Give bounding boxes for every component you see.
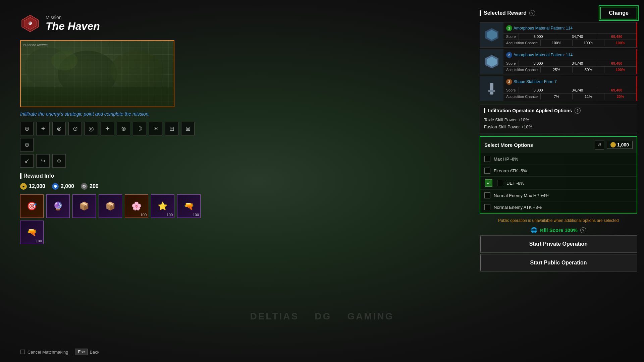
infiltration-option-1: Fusion Skill Power +10% bbox=[484, 123, 633, 130]
reward-title: Reward Info bbox=[20, 173, 208, 179]
option-row-3: Normal Enemy Max HP +4% bbox=[480, 190, 637, 201]
options-cost: ↺ 1,000 bbox=[595, 140, 633, 149]
kill-score-text: Kill Score 100% bbox=[540, 227, 578, 233]
badge-1: 1 bbox=[506, 25, 512, 31]
option-label-1: Firearm ATK -5% bbox=[494, 168, 527, 173]
back-button[interactable]: Esc Back bbox=[75, 349, 99, 355]
reward-row-content-1: 1 Amorphous Material Pattern: 114 Score … bbox=[503, 22, 636, 47]
option-row-0: Max HP -8% bbox=[480, 153, 637, 165]
option-label-0: Max HP -8% bbox=[494, 157, 518, 162]
mission-icon-11[interactable]: ⊕ bbox=[20, 138, 34, 152]
mission-icon-9[interactable]: ⊞ bbox=[165, 122, 178, 135]
reward-item-icon-2: 📦 bbox=[76, 198, 93, 215]
reward-item-icon-5: ⭐ bbox=[154, 198, 171, 215]
reward-item-name-1: 1 Amorphous Material Pattern: 114 bbox=[503, 24, 636, 33]
mission-icon-14[interactable]: ☺ bbox=[52, 154, 66, 168]
reward-item-count-7: 100 bbox=[36, 239, 42, 243]
esc-key[interactable]: Esc bbox=[75, 349, 88, 355]
score-1-2: 69,480 bbox=[597, 34, 636, 40]
score-label-1: Score bbox=[503, 34, 519, 40]
change-button[interactable]: Change bbox=[600, 7, 637, 19]
option-row-2: ✓ DEF -8% bbox=[480, 177, 637, 190]
mission-name: The Haven bbox=[46, 20, 100, 33]
chance-2-0: 25% bbox=[541, 67, 573, 73]
grey-currency-icon: ⚙ bbox=[81, 183, 88, 190]
option-label-4: Normal Enemy ATK +8% bbox=[494, 205, 542, 210]
mission-icon-13[interactable]: ↪ bbox=[36, 154, 50, 168]
mission-icon-1[interactable]: ✦ bbox=[36, 122, 50, 135]
reward-item-name-3: 3 Shape Stabilizer Form 7 bbox=[503, 77, 636, 87]
score-3-2: 69,480 bbox=[597, 87, 636, 93]
reward-row-content-2: 2 Amorphous Material Pattern: 114 Score … bbox=[503, 49, 636, 74]
option-checkbox-1[interactable] bbox=[484, 168, 490, 174]
option-checkbox-0[interactable] bbox=[484, 156, 490, 162]
gold-icon: ● bbox=[20, 183, 27, 190]
mission-icon-7[interactable]: ☽ bbox=[133, 122, 146, 135]
reward-item-icon-4: 🌸 bbox=[128, 198, 145, 215]
reward-item-icon-0: 🎯 bbox=[23, 198, 40, 215]
mission-icon-diamond: ⊕ bbox=[20, 13, 40, 34]
score-label-2: Score bbox=[503, 60, 519, 66]
reward-item-icon-1: 🔮 bbox=[50, 198, 66, 215]
refresh-button[interactable]: ↺ bbox=[595, 140, 604, 149]
mission-icon-0[interactable]: ⊕ bbox=[20, 122, 34, 135]
infiltration-help-icon[interactable]: ? bbox=[575, 108, 581, 114]
infiltration-options-section: Infiltration Operation Applied Options ?… bbox=[480, 105, 637, 133]
score-label-3: Score bbox=[503, 87, 519, 93]
outer-check-area: ✓ bbox=[480, 177, 497, 189]
option-checkbox-4[interactable] bbox=[484, 204, 490, 210]
reward-item-count-4: 100 bbox=[141, 213, 147, 217]
infiltration-title: Infiltration Operation Applied Options ? bbox=[484, 108, 633, 114]
score-1-0: 3,000 bbox=[519, 34, 558, 40]
score-2-0: 3,000 bbox=[519, 60, 558, 66]
chance-1-2: 100% bbox=[604, 40, 636, 46]
start-public-button[interactable]: Start Public Operation bbox=[480, 254, 637, 272]
map-preview: InDus.vse www.vdf bbox=[20, 40, 174, 107]
watermark: DELTIAS DG GAMING bbox=[250, 311, 394, 322]
right-panel: Selected Reward ? Change 1 Amorphous Mat… bbox=[480, 7, 637, 273]
selected-reward-header: Selected Reward ? Change bbox=[480, 7, 637, 19]
mission-header: ⊕ Mission The Haven bbox=[20, 13, 208, 34]
reward-item-1: 🔮 bbox=[46, 194, 70, 218]
svg-text:⊕: ⊕ bbox=[28, 20, 32, 26]
score-2-2: 69,480 bbox=[597, 60, 636, 66]
option-row-1: Firearm ATK -5% bbox=[480, 165, 637, 177]
mission-icon-3[interactable]: ⊙ bbox=[68, 122, 82, 135]
blue-currency-icon: ⊕ bbox=[52, 183, 59, 190]
outer-checkbox-2[interactable]: ✓ bbox=[485, 179, 492, 187]
start-private-button[interactable]: Start Private Operation bbox=[480, 235, 637, 253]
acq-label-3: Acquisition Chance bbox=[503, 94, 541, 100]
mission-icon-2[interactable]: ⊗ bbox=[52, 122, 66, 135]
reward-stats-row-1a: Score 3,000 34,740 69,480 bbox=[503, 33, 636, 40]
mission-icon-5[interactable]: ✦ bbox=[101, 122, 114, 135]
reward-row-icon-3 bbox=[480, 76, 503, 101]
reward-stats-row-1b: Acquisition Chance 100% 100% 100% bbox=[503, 40, 636, 46]
chance-2-1: 50% bbox=[573, 67, 604, 73]
acq-label-2: Acquisition Chance bbox=[503, 67, 541, 73]
option-checkbox-3[interactable] bbox=[484, 192, 490, 198]
mission-icon-4[interactable]: ◎ bbox=[85, 122, 98, 135]
selected-reward-title: Selected Reward ? bbox=[480, 10, 535, 16]
mission-icons-row-2: ↙ ↪ ☺ bbox=[20, 154, 208, 168]
reward-item-5: ⭐ 100 bbox=[151, 194, 174, 218]
kill-score-row: 🌐 Kill Score 100% ? bbox=[480, 225, 637, 235]
left-panel: ⊕ Mission The Haven InDus.vse www.vdf In… bbox=[20, 13, 208, 244]
svg-point-7 bbox=[51, 51, 77, 70]
reward-item-7: 🔫 100 bbox=[20, 221, 44, 244]
svg-rect-12 bbox=[490, 83, 493, 95]
reward-row-3: 3 Shape Stabilizer Form 7 Score 3,000 34… bbox=[480, 76, 637, 101]
kill-score-help-icon[interactable]: ? bbox=[580, 227, 586, 233]
option-checkbox-2[interactable] bbox=[497, 180, 503, 186]
mission-icon-10[interactable]: ⊠ bbox=[181, 122, 195, 135]
chance-1-0: 100% bbox=[541, 40, 573, 46]
svg-rect-6 bbox=[22, 87, 173, 107]
reward-items: 🎯 🔮 📦 📦 🌸 100 ⭐ 100 🔫 100 bbox=[20, 194, 208, 218]
selected-reward-help-icon[interactable]: ? bbox=[529, 10, 535, 16]
mission-icon-8[interactable]: ✶ bbox=[149, 122, 162, 135]
reward-stats-row-3b: Acquisition Chance 7% 11% 20% bbox=[503, 93, 636, 100]
score-2-1: 34,740 bbox=[558, 60, 597, 66]
reward-currencies: ● 12,000 ⊕ 2,000 ⚙ 200 bbox=[20, 183, 208, 190]
currency-grey: ⚙ 200 bbox=[81, 183, 99, 190]
mission-icon-6[interactable]: ⊛ bbox=[117, 122, 130, 135]
mission-icon-12[interactable]: ↙ bbox=[20, 154, 34, 168]
